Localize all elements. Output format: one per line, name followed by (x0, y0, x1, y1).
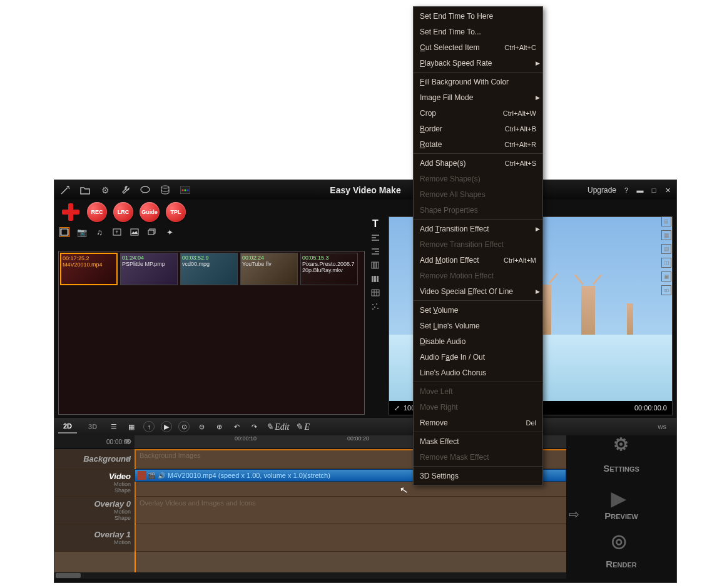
grid-icon[interactable] (370, 288, 381, 298)
menu-item[interactable]: CropCtrl+Alt+W (414, 105, 542, 121)
menu-item[interactable]: RotateCtrl+Alt+R (414, 136, 542, 152)
database-icon[interactable] (160, 185, 171, 196)
track-head-background[interactable]: Background 👁 (54, 449, 135, 469)
menu-label: Set Volume (420, 306, 458, 315)
media-clip[interactable]: 00:05:15.3Pixars.Presto.2008.720p.BluRay… (300, 253, 358, 285)
track-head-overlay-1[interactable]: Overlay 1 Motion 👁 (54, 524, 135, 551)
media-clip[interactable]: 00:17:25.2M4V20010.mp4 (60, 253, 118, 285)
render-button[interactable]: Render (584, 539, 659, 570)
picture-tab[interactable] (130, 227, 140, 237)
rtool-2[interactable]: ▦ (661, 230, 671, 240)
edit-button[interactable]: Edit (266, 422, 289, 432)
timeline-scrollbar[interactable] (54, 572, 566, 579)
menu-shortcut: Ctrl+Alt+C (504, 44, 536, 51)
menu-item[interactable]: RemoveDel (414, 415, 542, 430)
help-button[interactable]: ? (623, 186, 630, 194)
menu-label: Remove Mask Effect (420, 453, 489, 462)
menu-separator (414, 432, 542, 432)
menu-item[interactable]: Add Transition Effect▶ (414, 221, 542, 236)
tab-2d[interactable]: 2D (58, 420, 77, 433)
rtool-3d[interactable]: 3D (661, 285, 671, 295)
track-body-overlay-0[interactable]: Overlay Videos and Images and Icons (135, 497, 566, 524)
menu-item[interactable]: Playback Speed Rate▶ (414, 55, 542, 71)
wrench-icon[interactable] (120, 185, 131, 196)
rtool-3[interactable]: ▤ (661, 244, 671, 254)
svg-point-21 (376, 303, 377, 305)
rtool-5[interactable]: ▣ (661, 271, 671, 281)
tab-3d[interactable]: 3D (83, 420, 102, 433)
zoom-out-icon[interactable]: ⊖ (196, 421, 207, 432)
track-body-overlay-1[interactable] (135, 524, 566, 551)
redo-icon[interactable]: ↷ (248, 421, 260, 432)
scrollbar-thumb[interactable] (56, 573, 81, 578)
menu-item[interactable]: BorderCtrl+Alt+B (414, 121, 542, 136)
menu-item[interactable]: Mask Effect (414, 433, 542, 449)
svg-point-0 (141, 186, 150, 193)
align-left-icon[interactable] (370, 233, 381, 243)
rec-button[interactable]: REC (87, 202, 107, 222)
image-add-tab[interactable]: + (112, 227, 122, 237)
align-right-icon[interactable] (370, 246, 381, 256)
preview-button[interactable]: Preview (584, 491, 659, 522)
media-clips: 00:17:25.2M4V20010.mp401:24:04PSPlittle … (59, 251, 364, 286)
colors-icon[interactable] (180, 185, 191, 196)
edit-button-2[interactable]: E (295, 422, 310, 432)
menu-item[interactable]: Set Line's Volume (414, 318, 542, 333)
play-button[interactable]: ▶ (161, 421, 172, 432)
upgrade-link[interactable]: Upgrade (587, 186, 616, 195)
wand-icon[interactable] (59, 185, 71, 196)
maximize-button[interactable]: □ (650, 186, 658, 194)
undo-icon[interactable]: ↶ (231, 421, 242, 432)
guide-button[interactable]: Guide (140, 202, 160, 222)
menu-item[interactable]: Audio Fade In / Out (414, 349, 542, 365)
zoom-in-icon[interactable]: ⊕ (213, 421, 225, 432)
media-panel: 00:17:25.2M4V20010.mp401:24:04PSPlittle … (58, 251, 365, 415)
menu-item[interactable]: Set Volume (414, 302, 542, 318)
eye-icon[interactable]: 👁 (125, 438, 131, 445)
menu-item[interactable]: Add Motion EffectCtrl+Alt+M (414, 252, 542, 268)
music-tab[interactable]: ♫ (94, 227, 104, 237)
media-clip[interactable]: 00:03:52.9vcd00.mpg (180, 253, 238, 285)
menu-item[interactable]: 3D Settings (414, 468, 542, 484)
text-tool-icon[interactable]: T (370, 219, 381, 229)
menu-item[interactable]: Line's Audio Chorus (414, 365, 542, 380)
gear-icon[interactable]: ⚙ (99, 185, 111, 196)
columns-icon[interactable] (370, 260, 381, 270)
eye-icon[interactable]: 👁 (125, 455, 131, 463)
tpl-button[interactable]: TPL (166, 202, 186, 222)
media-clip[interactable]: 01:24:04PSPlittle MP.pmp (120, 253, 178, 285)
settings-button[interactable]: Settings (584, 444, 659, 475)
menu-item[interactable]: Set End Time To Here (414, 8, 542, 24)
lrc-button[interactable]: LRC (113, 202, 133, 222)
context-menu: Set End Time To HereSet End Time To...Cu… (413, 6, 543, 485)
menu-item[interactable]: Add Shape(s)Ctrl+Alt+S (414, 155, 542, 171)
settings-icon[interactable]: ⊙ (178, 421, 190, 432)
scatter-icon[interactable] (370, 302, 381, 312)
media-clip[interactable]: 00:02:24YouTube flv (240, 253, 298, 285)
menu-item[interactable]: Cut Selected ItemCtrl+Alt+C (414, 39, 542, 55)
puzzle-tab[interactable]: ✦ (165, 227, 175, 237)
rtool-4[interactable]: ◫ (661, 258, 671, 268)
up-button[interactable]: ↑ (143, 421, 155, 432)
track-head-overlay-0[interactable]: Overlay 0 Motion Shape 👁 (54, 497, 135, 524)
menu-item[interactable]: Video Special Effect Of Line▶ (414, 283, 542, 299)
camera-tab[interactable]: 📷 (77, 227, 87, 237)
folder-icon[interactable] (79, 185, 91, 196)
close-button[interactable]: ✕ (664, 186, 671, 194)
video-tab[interactable] (59, 227, 69, 237)
top-menu-bar: ⚙ Easy Video Make Upgrade ? ▬ □ ✕ (54, 180, 676, 200)
menu-item[interactable]: Set End Time To... (414, 24, 542, 39)
menu-item[interactable]: Fill Background With Color (414, 74, 542, 89)
menu-item[interactable]: Image Fill Mode▶ (414, 89, 542, 105)
fullscreen-icon[interactable]: ⤢ (394, 404, 400, 412)
track-head-video[interactable]: Video Motion Shape 👁 (54, 469, 135, 496)
speech-icon[interactable] (140, 185, 151, 196)
grid-view-icon[interactable]: ▦ (126, 421, 137, 432)
rtool-1[interactable]: ⊞ (661, 216, 671, 226)
bars-icon[interactable] (370, 274, 381, 284)
list-view-icon[interactable]: ☰ (108, 421, 120, 432)
add-button[interactable] (61, 202, 81, 222)
minimize-button[interactable]: ▬ (636, 186, 644, 194)
menu-item[interactable]: Disable Audio (414, 333, 542, 349)
layers-tab[interactable] (147, 227, 157, 237)
